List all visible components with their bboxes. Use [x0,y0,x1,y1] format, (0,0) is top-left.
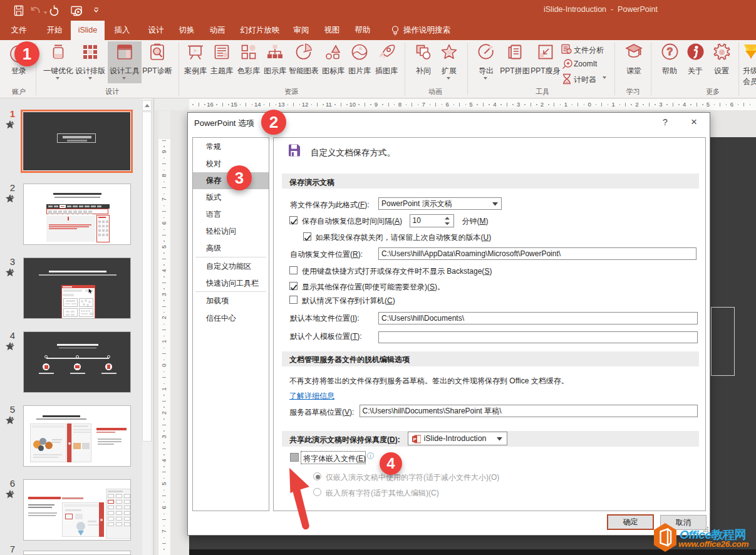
svg-text:?: ? [667,46,673,57]
svg-text:P: P [413,437,417,442]
